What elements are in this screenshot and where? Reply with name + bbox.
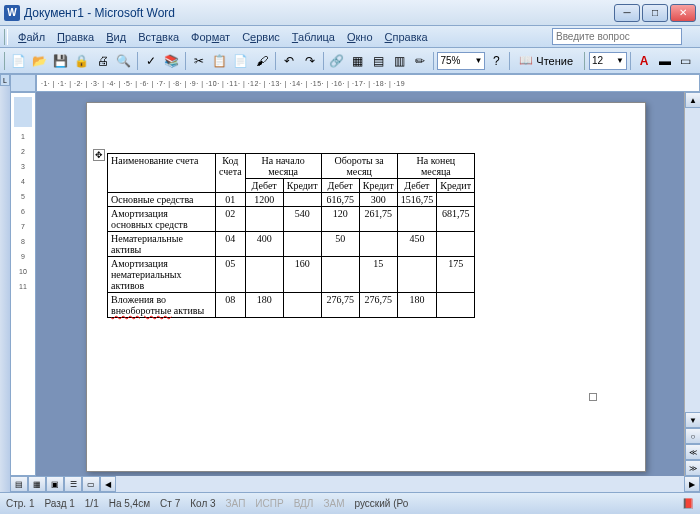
columns-button[interactable]: ▥ xyxy=(389,51,409,71)
highlight-button[interactable]: ▬ xyxy=(655,51,675,71)
window-title: Документ1 - Microsoft Word xyxy=(24,6,614,20)
browse-object-button[interactable]: ○ xyxy=(685,428,700,444)
menu-table[interactable]: Таблица xyxy=(286,29,341,45)
vertical-ruler[interactable]: 1234567891011 xyxy=(10,92,36,476)
table-row[interactable]: Нематериальные активы0440050450 xyxy=(108,232,475,257)
scroll-down-button[interactable]: ▼ xyxy=(685,412,700,428)
preview-button[interactable]: 🔍 xyxy=(114,51,134,71)
menu-window[interactable]: Окно xyxy=(341,29,379,45)
new-doc-button[interactable]: 📄 xyxy=(9,51,29,71)
prev-page-button[interactable]: ≪ xyxy=(685,444,700,460)
scroll-left-button[interactable]: ◀ xyxy=(100,476,116,492)
outline-view-icon[interactable]: L xyxy=(0,74,10,86)
undo-button[interactable]: ↶ xyxy=(279,51,299,71)
research-button[interactable]: 📚 xyxy=(162,51,182,71)
normal-view-button[interactable]: ▤ xyxy=(10,476,28,492)
permission-button[interactable]: 🔒 xyxy=(72,51,92,71)
scroll-right-button[interactable]: ▶ xyxy=(684,476,700,492)
redo-button[interactable]: ↷ xyxy=(300,51,320,71)
maximize-button[interactable]: □ xyxy=(642,4,668,22)
menu-edit[interactable]: Правка xyxy=(51,29,100,45)
help-search-input[interactable] xyxy=(552,28,682,45)
copy-button[interactable]: 📋 xyxy=(210,51,230,71)
table-row[interactable]: Основные средства011200616,753001516,75 xyxy=(108,193,475,207)
app-icon: W xyxy=(4,5,20,21)
outline-view-button[interactable]: ☰ xyxy=(64,476,82,492)
table-move-handle[interactable]: ✥ xyxy=(93,149,105,161)
table-button[interactable]: ▦ xyxy=(348,51,368,71)
title-bar: W Документ1 - Microsoft Word ─ □ ✕ xyxy=(0,0,700,26)
status-trk[interactable]: ИСПР xyxy=(255,498,283,509)
view-switchers: ▤ ▦ ▣ ☰ ▭ xyxy=(10,476,100,492)
scroll-track[interactable] xyxy=(685,108,700,412)
minimize-button[interactable]: ─ xyxy=(614,4,640,22)
toolbar-grip[interactable] xyxy=(4,29,8,45)
save-button[interactable]: 💾 xyxy=(51,51,71,71)
toolbar-grip[interactable] xyxy=(4,52,8,70)
status-section: Разд 1 xyxy=(44,498,74,509)
help-button[interactable]: ? xyxy=(486,51,506,71)
header-code: Код счета xyxy=(216,154,246,193)
open-button[interactable]: 📂 xyxy=(30,51,50,71)
next-page-button[interactable]: ≫ xyxy=(685,460,700,476)
status-lang[interactable]: русский (Ро xyxy=(354,498,408,509)
zoom-combo[interactable]: 75%▼ xyxy=(437,52,485,70)
status-page: Стр. 1 xyxy=(6,498,34,509)
font-color-button[interactable]: A xyxy=(634,51,654,71)
status-at: На 5,4см xyxy=(109,498,150,509)
format-painter-button[interactable]: 🖌 xyxy=(252,51,272,71)
menu-service[interactable]: Сервис xyxy=(236,29,286,45)
chevron-down-icon: ▼ xyxy=(474,56,482,65)
reading-view-button[interactable]: ▭ xyxy=(82,476,100,492)
table-resize-handle[interactable] xyxy=(589,393,597,401)
status-ovr[interactable]: ЗАМ xyxy=(323,498,344,509)
header-turnover: Обороты за месяц xyxy=(321,154,397,179)
spelling-status-icon[interactable]: 📕 xyxy=(682,498,694,509)
scroll-up-button[interactable]: ▲ xyxy=(685,92,700,108)
excel-button[interactable]: ▤ xyxy=(369,51,389,71)
ruler-corner xyxy=(10,74,36,92)
reading-mode-button[interactable]: 📖 Чтение xyxy=(513,51,579,71)
scroll-track[interactable] xyxy=(116,476,684,492)
menu-insert[interactable]: Вставка xyxy=(132,29,185,45)
document-table[interactable]: Наименование счета Код счета На начало м… xyxy=(107,153,475,318)
table-row[interactable]: Амортизация основных средств02540120261,… xyxy=(108,207,475,232)
horizontal-scrollbar[interactable]: ◀ ▶ xyxy=(100,476,700,492)
vertical-scrollbar[interactable]: ▲ ▼ ○ ≪ ≫ xyxy=(684,92,700,476)
close-button[interactable]: ✕ xyxy=(670,4,696,22)
print-view-button[interactable]: ▣ xyxy=(46,476,64,492)
menu-bar: Файл Правка Вид Вставка Формат Сервис Та… xyxy=(0,26,700,48)
table-row[interactable]: Вложения во внеоборотные активы08180276,… xyxy=(108,293,475,318)
page: ✥ Наименование счета Код счета На начало… xyxy=(86,102,646,472)
toolbar-grip[interactable] xyxy=(584,52,588,70)
menu-help[interactable]: Справка xyxy=(379,29,434,45)
header-end: На конец месяца xyxy=(397,154,475,179)
spellcheck-button[interactable]: ✓ xyxy=(141,51,161,71)
chevron-down-icon: ▼ xyxy=(616,56,624,65)
cut-button[interactable]: ✂ xyxy=(189,51,209,71)
font-size-combo[interactable]: 12▼ xyxy=(589,52,627,70)
menu-view[interactable]: Вид xyxy=(100,29,132,45)
status-pages: 1/1 xyxy=(85,498,99,509)
menu-format[interactable]: Формат xyxy=(185,29,236,45)
hyperlink-button[interactable]: 🔗 xyxy=(327,51,347,71)
document-area[interactable]: ✥ Наименование счета Код счета На начало… xyxy=(36,92,684,476)
table-header-row: Наименование счета Код счета На начало м… xyxy=(108,154,475,179)
border-button[interactable]: ▭ xyxy=(676,51,696,71)
status-ext[interactable]: ВДЛ xyxy=(294,498,314,509)
web-view-button[interactable]: ▦ xyxy=(28,476,46,492)
status-col: Кол 3 xyxy=(190,498,215,509)
print-button[interactable]: 🖨 xyxy=(93,51,113,71)
table-row[interactable]: Амортизация нематериальных активов051601… xyxy=(108,257,475,293)
header-name: Наименование счета xyxy=(108,154,216,193)
paste-button[interactable]: 📄 xyxy=(231,51,251,71)
drawing-button[interactable]: ✏ xyxy=(410,51,430,71)
header-start: На начало месяца xyxy=(245,154,321,179)
workspace: L ·1· | ·1· | ·2· | ·3· | ·4· | ·5· | ·6… xyxy=(0,74,700,492)
status-line: Ст 7 xyxy=(160,498,180,509)
status-bar: Стр. 1 Разд 1 1/1 На 5,4см Ст 7 Кол 3 ЗА… xyxy=(0,492,700,514)
horizontal-ruler[interactable]: ·1· | ·1· | ·2· | ·3· | ·4· | ·5· | ·6· … xyxy=(36,74,700,92)
menu-file[interactable]: Файл xyxy=(12,29,51,45)
left-panel: L xyxy=(0,74,10,492)
status-rec[interactable]: ЗАП xyxy=(226,498,246,509)
